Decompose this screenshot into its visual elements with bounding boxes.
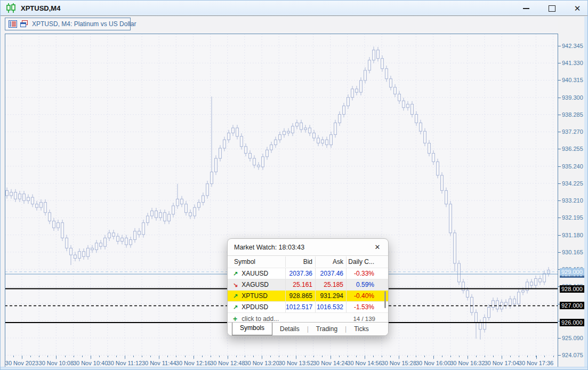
- candle-body: [245, 147, 247, 154]
- column-header-bid[interactable]: Bid: [285, 256, 315, 267]
- candle-body: [347, 98, 350, 106]
- candle-body: [471, 297, 473, 313]
- candle-body: [420, 123, 422, 131]
- up-arrow-icon: ↗: [233, 304, 238, 311]
- time-minor-tick: [13, 356, 14, 357]
- market-watch-table: Symbol Bid Ask Daily C... ↗XAUUSD2037.36…: [228, 255, 388, 313]
- candle-body: [151, 211, 154, 216]
- candle-body: [509, 299, 512, 306]
- candle-body: [411, 104, 414, 114]
- candle-body: [104, 238, 107, 246]
- close-button[interactable]: ✕: [570, 3, 584, 14]
- candle-body: [253, 158, 256, 165]
- windows-cascade-icon[interactable]: [20, 20, 29, 28]
- tick-mark: [558, 63, 561, 63]
- price-tick: 937.270: [558, 128, 583, 135]
- price-tick: 932.195: [558, 214, 583, 221]
- application-window: XPTUSD,M4 ✕: [0, 0, 588, 370]
- chart-info-box: XPTUSD, M4: Platinum vs US Dollar: [5, 18, 131, 30]
- close-icon: ✕: [574, 4, 581, 12]
- price-tick: 930.165: [558, 248, 583, 256]
- price-line-label: 929.000: [560, 268, 584, 276]
- candle-body: [309, 128, 311, 133]
- time-minor-tick: [185, 356, 186, 357]
- candle-body: [240, 136, 243, 147]
- symbol-name: XPTUSD: [241, 292, 268, 300]
- candle-body: [300, 123, 303, 130]
- candle-body: [117, 236, 119, 242]
- time-tick-label: 30 Nov 13:52: [279, 360, 313, 366]
- candle-body: [522, 291, 525, 292]
- time-minor-tick: [519, 356, 519, 357]
- candle-body: [44, 203, 47, 213]
- market-watch-row-selected[interactable]: ↗XPTUSD928.865931.294-0.40%: [228, 291, 388, 302]
- column-header-daily-change[interactable]: Daily C...: [346, 256, 378, 267]
- time-minor-tick: [150, 356, 151, 357]
- window-titlebar[interactable]: XPTUSD,M4 ✕: [1, 1, 588, 16]
- scrollbar-thumb[interactable]: [384, 291, 386, 308]
- time-minor-tick: [527, 356, 528, 357]
- time-minor-tick: [74, 356, 74, 357]
- candle-body: [61, 223, 64, 238]
- candle-body: [381, 59, 384, 69]
- time-major-tick: [468, 356, 468, 359]
- candle-body: [215, 158, 218, 172]
- market-watch-row[interactable]: ↘XAGUSD25.16125.1850.59%: [228, 279, 388, 291]
- market-watch-row[interactable]: ↗XPDUSD1012.5171016.532-1.53%: [228, 302, 388, 313]
- time-major-tick: [262, 356, 262, 359]
- tab-details[interactable]: Details: [272, 323, 307, 335]
- price-tick: 941.330: [558, 59, 583, 67]
- market-watch-window[interactable]: Market Watch: 18:03:43 ✕ Symbol Bid Ask …: [227, 238, 389, 336]
- minimize-button[interactable]: [519, 3, 533, 14]
- candle-body: [283, 131, 286, 134]
- candle-body: [466, 291, 469, 297]
- daily-change-value: -0.33%: [346, 268, 378, 279]
- time-major-tick: [433, 356, 434, 359]
- candle-body: [479, 323, 482, 329]
- candle-body: [108, 233, 111, 238]
- bid-value: 2037.36: [285, 268, 315, 279]
- tick-mark: [558, 235, 561, 236]
- time-major-tick: [331, 356, 331, 359]
- price-tick-label: 931.180: [562, 232, 583, 238]
- time-major-tick: [22, 356, 22, 359]
- tick-mark: [558, 149, 561, 149]
- market-watch-close-button[interactable]: ✕: [372, 242, 383, 252]
- time-minor-tick: [39, 356, 39, 357]
- candle-body: [228, 133, 230, 140]
- price-axis[interactable]: 942.345941.330940.315939.300938.285937.2…: [558, 18, 585, 370]
- candle-body: [505, 302, 508, 305]
- tab-ticks[interactable]: Ticks: [347, 323, 376, 335]
- tab-trading[interactable]: Trading: [309, 323, 345, 335]
- candle-body: [78, 252, 81, 259]
- candle-body: [36, 204, 38, 207]
- time-tick-label: 30 Nov 17:36: [519, 360, 553, 366]
- tick-mark: [558, 80, 561, 81]
- quotes-list-icon[interactable]: [9, 20, 17, 28]
- time-minor-tick: [287, 356, 288, 357]
- price-tick-label: 935.240: [562, 163, 583, 170]
- market-watch-row[interactable]: ↗XAUUSD2037.362037.46-0.33%: [228, 268, 388, 279]
- price-tick: 933.210: [558, 197, 583, 204]
- time-minor-tick: [253, 356, 254, 357]
- column-header-ask[interactable]: Ask: [315, 256, 346, 267]
- time-tick-label: 30 Nov 11:44: [142, 360, 176, 366]
- candle-body: [368, 60, 371, 70]
- time-minor-tick: [176, 356, 176, 357]
- price-tick-label: 933.210: [562, 197, 583, 204]
- time-minor-tick: [493, 356, 494, 357]
- maximize-button[interactable]: [545, 3, 559, 14]
- tab-symbols[interactable]: Symbols: [232, 323, 272, 335]
- time-tick-label: 30 Nov 14:24: [313, 360, 348, 366]
- time-minor-tick: [485, 356, 485, 357]
- candle-body: [185, 204, 188, 213]
- candle-body: [100, 243, 102, 246]
- price-tick: 931.180: [558, 231, 583, 239]
- column-header-symbol[interactable]: Symbol: [228, 258, 285, 266]
- market-watch-titlebar[interactable]: Market Watch: 18:03:43 ✕: [228, 239, 388, 255]
- candle-body: [14, 192, 17, 199]
- candle-body: [539, 279, 542, 282]
- candle-body: [428, 143, 431, 154]
- time-major-tick: [125, 356, 125, 359]
- candle-body: [296, 123, 299, 126]
